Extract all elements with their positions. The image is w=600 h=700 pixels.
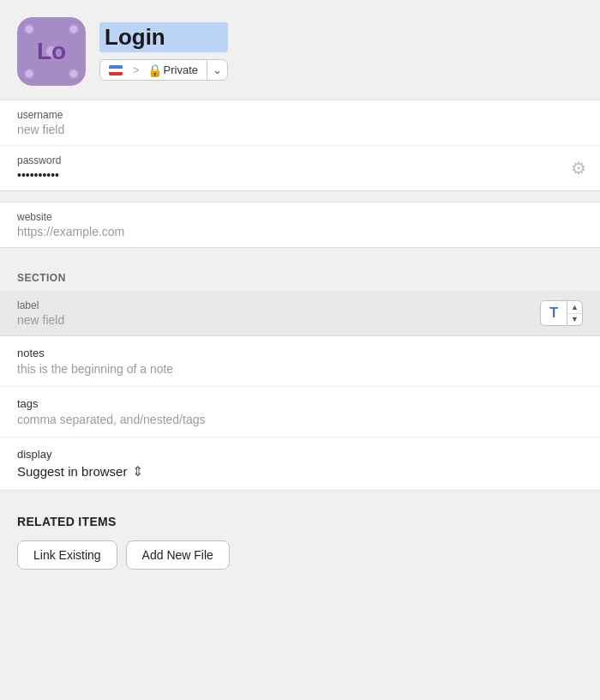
header: Lo Login > 🔒 Private ⌄ <box>0 0 600 100</box>
tags-value[interactable]: comma separated, and/nested/tags <box>17 413 583 426</box>
lower-content: notes this is the beginning of a note ta… <box>0 335 600 491</box>
display-chevron-icon[interactable]: ⇕ <box>132 463 143 480</box>
credentials-section: username new field password •••••••••• ⚙ <box>0 100 600 191</box>
section-area: SECTION label new field T ▲ ▼ <box>0 258 600 335</box>
notes-label: notes <box>17 347 583 359</box>
icon-dot-tl <box>24 24 34 34</box>
display-value-container[interactable]: Suggest in browser ⇕ <box>17 463 583 480</box>
stepper-down-icon[interactable]: ▼ <box>567 314 582 326</box>
section-field-left: label new field <box>17 299 64 327</box>
website-label: website <box>17 211 583 223</box>
website-value[interactable]: https://example.com <box>17 225 583 238</box>
type-button[interactable]: T <box>540 300 567 326</box>
breadcrumb-privacy-label: Private <box>164 63 198 76</box>
password-row: password •••••••••• ⚙ <box>0 146 600 190</box>
link-existing-button[interactable]: Link Existing <box>17 540 117 570</box>
display-value-text: Suggest in browser <box>17 464 127 479</box>
header-right: Login > 🔒 Private ⌄ <box>99 22 228 81</box>
section-field-label: label <box>17 299 64 311</box>
display-row: display Suggest in browser ⇕ <box>0 438 600 490</box>
breadcrumb-privacy-item: 🔒 Private <box>141 60 207 80</box>
stepper-up-icon[interactable]: ▲ <box>567 301 582 314</box>
related-title: RELATED ITEMS <box>17 515 583 528</box>
icon-dot-tr <box>69 24 79 34</box>
section-field-controls: T ▲ ▼ <box>540 300 583 326</box>
breadcrumb-chevron[interactable]: ⌄ <box>207 60 227 80</box>
section-field-value[interactable]: new field <box>17 313 64 327</box>
related-section: RELATED ITEMS Link Existing Add New File <box>0 501 600 583</box>
item-title[interactable]: Login <box>99 22 228 52</box>
username-value[interactable]: new field <box>17 123 583 136</box>
password-label: password <box>17 154 583 166</box>
breadcrumb-separator: > <box>131 60 141 80</box>
breadcrumb[interactable]: > 🔒 Private ⌄ <box>99 59 228 81</box>
add-new-file-button[interactable]: Add New File <box>126 540 230 570</box>
section-header-label: SECTION <box>0 258 600 291</box>
website-section: website https://example.com <box>0 202 600 248</box>
notes-row: notes this is the beginning of a note <box>0 336 600 387</box>
tags-row: tags comma separated, and/nested/tags <box>0 387 600 438</box>
password-value[interactable]: •••••••••• <box>17 168 583 182</box>
gear-icon[interactable]: ⚙ <box>571 158 586 178</box>
tags-label: tags <box>17 397 583 410</box>
username-label: username <box>17 109 583 121</box>
display-label: display <box>17 448 583 461</box>
icon-dot-bl <box>24 69 34 79</box>
section-label-row: label new field T ▲ ▼ <box>0 291 600 335</box>
website-row: website https://example.com <box>0 202 600 247</box>
related-buttons: Link Existing Add New File <box>17 540 583 570</box>
flag-icon <box>109 65 123 75</box>
username-row: username new field <box>0 100 600 146</box>
breadcrumb-flag-item <box>100 62 131 79</box>
app-icon-label: Lo <box>37 38 66 65</box>
app-icon: Lo <box>17 17 86 86</box>
icon-dot-br <box>69 69 79 79</box>
type-stepper[interactable]: ▲ ▼ <box>567 300 583 326</box>
notes-value[interactable]: this is the beginning of a note <box>17 362 583 376</box>
lock-icon: 🔒 <box>150 64 160 76</box>
